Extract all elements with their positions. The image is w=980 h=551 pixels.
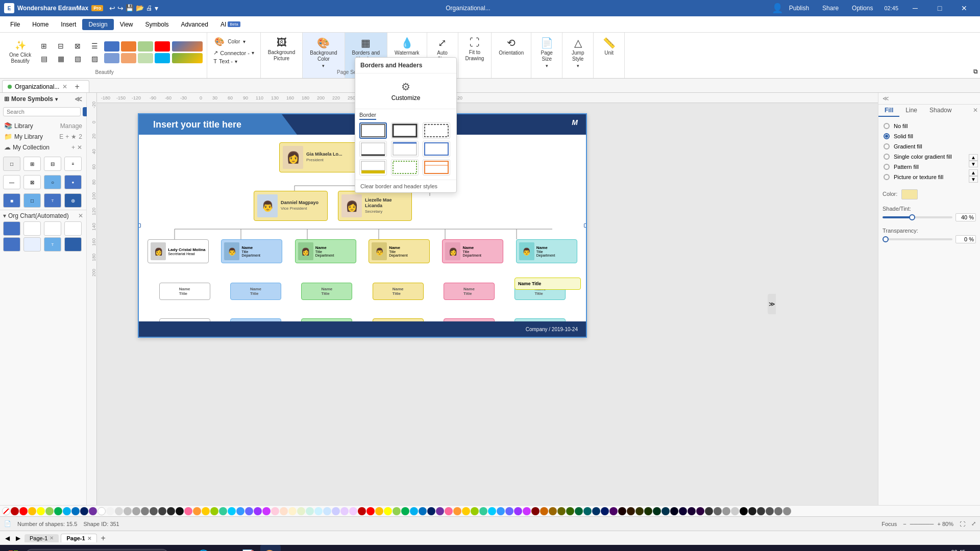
color-dot-15[interactable] [141, 507, 149, 515]
shade-down-btn[interactable]: ▼ [969, 161, 978, 167]
shape-4[interactable]: ≡ [64, 157, 82, 171]
close-panel-btn[interactable]: ✕ [971, 105, 980, 117]
color-dot-89[interactable] [783, 507, 791, 515]
color-dropdown[interactable]: ▾ [243, 39, 246, 44]
search-input[interactable] [3, 107, 81, 116]
color-dot-21[interactable] [193, 507, 201, 515]
color-dot-51[interactable] [453, 507, 461, 515]
color-dot-84[interactable] [740, 507, 748, 515]
color-scheme-5[interactable] [104, 53, 119, 63]
menu-view[interactable]: View [114, 19, 139, 30]
document-tab-1[interactable]: Organizational... ✕ + [2, 80, 89, 92]
trans-up-btn[interactable]: ▲ [969, 169, 978, 176]
color-dot-66[interactable] [583, 507, 592, 515]
minimize-btn[interactable]: ─ [903, 0, 927, 16]
color-dot-78[interactable] [688, 507, 696, 515]
color-dot-37[interactable] [332, 507, 340, 515]
page-size-btn[interactable]: 📄 PageSize ▾ [535, 35, 558, 70]
color-dot-65[interactable] [575, 507, 583, 515]
color-btn[interactable]: 🎨 Color ▾ [211, 35, 256, 48]
menu-file[interactable]: File [4, 19, 26, 30]
color-dot-14[interactable] [132, 507, 140, 515]
solid-fill-radio[interactable] [884, 133, 890, 139]
color-dot-35[interactable] [314, 507, 323, 515]
secretary-node[interactable]: 👩 Liezelle Mae Licanda Secretary [338, 191, 412, 221]
page-tab-1[interactable]: Page-1 ✕ [24, 534, 59, 542]
page-tab-1-close[interactable]: ✕ [50, 535, 54, 541]
taskbar-time-date[interactable]: 02:45 29-09-2023 [937, 549, 965, 551]
expand-icon[interactable]: E [59, 133, 63, 140]
color-dot-53[interactable] [471, 507, 479, 515]
color-scheme-1[interactable] [104, 41, 119, 52]
color-dot-9[interactable] [89, 507, 97, 515]
color-dot-76[interactable] [670, 507, 678, 515]
org-shape-3[interactable] [44, 221, 61, 236]
theme-1[interactable] [172, 41, 203, 52]
close-btn[interactable]: ✕ [952, 0, 976, 16]
collapse-left-btn[interactable]: ≪ [75, 95, 82, 103]
my-collection-item[interactable]: ☁ My Collection + ✕ [3, 142, 83, 153]
sub-node-3[interactable]: NameTitle [301, 283, 352, 300]
color-dot-44[interactable] [393, 507, 401, 515]
color-dot-74[interactable] [653, 507, 661, 515]
sub-node-4[interactable]: NameTitle [373, 283, 424, 300]
color-scheme-3[interactable] [138, 41, 153, 52]
color-swatch[interactable] [901, 189, 918, 199]
fit-page-btn[interactable]: ⛶ [960, 521, 965, 527]
tab-line[interactable]: Line [899, 105, 923, 117]
color-dot-71[interactable] [627, 507, 635, 515]
shade-tint-thumb[interactable] [909, 214, 915, 220]
library-item[interactable]: 📚 Library Manage [3, 120, 83, 131]
menu-symbols[interactable]: Symbols [139, 19, 175, 30]
options-button[interactable]: Options [846, 0, 879, 16]
page-nav-right[interactable]: ▶ [14, 535, 22, 542]
background-color-btn[interactable]: 🎨 BackgroundColor ▾ [307, 35, 340, 70]
transparency-thumb[interactable] [883, 236, 889, 242]
jump-style-btn[interactable]: △ JumpStyle ▾ [567, 35, 589, 70]
color-dot-70[interactable] [618, 507, 626, 515]
shade-tint-input[interactable] [955, 213, 976, 221]
solid-fill-option[interactable]: Solid fill [883, 131, 976, 141]
border-style-4[interactable] [359, 141, 387, 157]
connector-dropdown[interactable]: ▾ [252, 50, 254, 56]
page-tab-2-close[interactable]: ✕ [87, 536, 91, 541]
taskbar-edraw-btn[interactable]: 🎨 [260, 545, 281, 551]
org-panel-expand[interactable]: ▾ [3, 212, 6, 219]
dept-node-2[interactable]: 👨 Name Title Department [221, 239, 282, 263]
color-scheme-8[interactable] [155, 53, 170, 63]
sub-node-2[interactable]: NameTitle [230, 283, 281, 300]
color-dot-3[interactable] [37, 507, 45, 515]
color-dot-61[interactable] [540, 507, 548, 515]
color-dot-69[interactable] [609, 507, 618, 515]
diagram-title-text[interactable]: Insert your title here [147, 117, 248, 132]
shape-11[interactable]: T [44, 193, 61, 208]
shape-10[interactable]: □ [23, 193, 41, 208]
vp-node[interactable]: 👨 Danniel Magpayo Vice President [254, 191, 328, 221]
menu-design[interactable]: Design [82, 19, 113, 30]
color-dot-80[interactable] [705, 507, 713, 515]
color-scheme-4[interactable] [155, 41, 170, 52]
tab-close-btn[interactable]: ✕ [62, 83, 67, 90]
theme-2[interactable] [172, 53, 203, 63]
taskbar-apps-btn[interactable]: ⊞ [170, 545, 191, 551]
org-close-btn[interactable]: ✕ [78, 212, 83, 219]
border-style-1[interactable] [359, 122, 387, 139]
canvas-area[interactable]: -180 -150 -120 -90 -60 -30 0 30 60 90 11… [87, 93, 878, 505]
shape-1[interactable]: □ [3, 157, 20, 171]
menu-advanced[interactable]: Advanced [175, 19, 214, 30]
color-dot-88[interactable] [774, 507, 782, 515]
orientation-btn[interactable]: ⟲ Orientation [496, 35, 527, 58]
color-dot-58[interactable] [514, 507, 522, 515]
page-size-dropdown[interactable]: ▾ [546, 63, 548, 68]
color-dot-7[interactable] [71, 507, 80, 515]
color-transparent[interactable] [2, 507, 10, 515]
color-dot-36[interactable] [323, 507, 331, 515]
color-dot-31[interactable] [280, 507, 288, 515]
color-dot-34[interactable] [306, 507, 314, 515]
president-node[interactable]: 👩 Gia Mikaela Lo... President [279, 142, 361, 172]
border-style-3[interactable] [423, 122, 450, 139]
menu-home[interactable]: Home [26, 19, 55, 30]
single-gradient-radio[interactable] [884, 154, 890, 160]
org-shape-8[interactable] [64, 237, 82, 252]
shape-2[interactable]: ⊞ [23, 157, 41, 171]
